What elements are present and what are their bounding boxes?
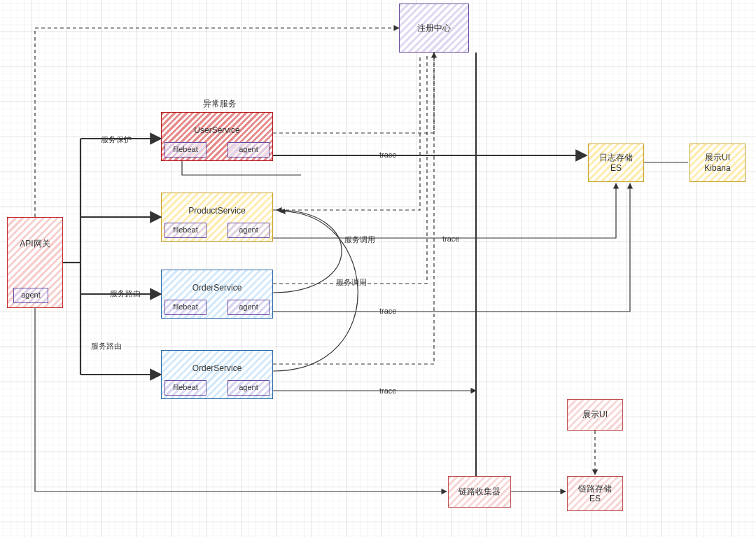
subnode-filebeat[interactable]: filebeat bbox=[164, 223, 206, 238]
node-label: 展示UI bbox=[582, 410, 608, 419]
edge-order1-trace bbox=[273, 183, 630, 312]
node-label: ProductService bbox=[188, 206, 245, 216]
node-order-service-1[interactable]: OrderService filebeat agent bbox=[161, 270, 273, 319]
subnode-label: filebeat bbox=[173, 225, 197, 235]
subnode-label: agent bbox=[239, 225, 258, 235]
edge-user-filebeat bbox=[182, 161, 301, 175]
subnode-label: agent bbox=[239, 383, 258, 392]
node-api-gateway[interactable]: API网关 agent bbox=[7, 217, 63, 308]
edge-label-trace-3: trace bbox=[378, 307, 398, 315]
node-user-service[interactable]: UserService filebeat agent bbox=[161, 112, 273, 161]
node-label: 展示UI Kibana bbox=[704, 153, 730, 173]
edge-product-to-registry bbox=[273, 55, 420, 210]
edge-label-trace-1: trace bbox=[378, 151, 398, 159]
subnode-filebeat[interactable]: filebeat bbox=[164, 300, 206, 315]
node-order-service-2[interactable]: OrderService filebeat agent bbox=[161, 350, 273, 399]
node-label: 注册中心 bbox=[417, 23, 451, 33]
edge-product-trace bbox=[273, 183, 616, 238]
node-label: 链路收集器 bbox=[458, 487, 500, 496]
subnode-filebeat[interactable]: filebeat bbox=[164, 380, 206, 396]
edge-order1-to-registry bbox=[273, 55, 427, 284]
node-label: OrderService bbox=[192, 283, 242, 293]
title-anomalous-service: 异常服务 bbox=[203, 98, 237, 110]
subnode-label: agent bbox=[239, 302, 258, 312]
edge-label-service-route-2: 服务路由 bbox=[90, 341, 123, 351]
edge-gateway-agent-to-collector bbox=[35, 308, 447, 491]
node-label: OrderService bbox=[192, 363, 242, 373]
edge-label-service-call-2: 服务调用 bbox=[335, 277, 368, 288]
subnode-agent[interactable]: agent bbox=[13, 288, 48, 303]
node-label: 日志存储 ES bbox=[599, 153, 633, 173]
subnode-label: agent bbox=[21, 291, 41, 300]
edge-order1-call-product bbox=[273, 210, 342, 293]
node-ui-kibana[interactable]: 展示UI Kibana bbox=[690, 144, 746, 182]
edge-label-service-protect: 服务保护 bbox=[99, 134, 133, 145]
node-trace-store[interactable]: 链路存储 ES bbox=[567, 476, 623, 511]
subnode-label: agent bbox=[239, 145, 258, 154]
node-label: 链路存储 ES bbox=[578, 484, 612, 504]
subnode-label: filebeat bbox=[173, 383, 197, 392]
subnode-filebeat[interactable]: filebeat bbox=[164, 142, 206, 158]
node-ui-trace[interactable]: 展示UI bbox=[567, 399, 623, 431]
subnode-label: filebeat bbox=[173, 302, 197, 312]
subnode-agent[interactable]: agent bbox=[227, 223, 270, 238]
edge-label-service-call-1: 服务调用 bbox=[343, 235, 377, 245]
node-registry[interactable]: 注册中心 bbox=[399, 4, 469, 53]
edge-label-service-route-1: 服务路由 bbox=[108, 288, 142, 299]
edge-user-to-registry bbox=[273, 53, 434, 133]
subnode-agent[interactable]: agent bbox=[227, 300, 270, 315]
subnode-agent[interactable]: agent bbox=[227, 380, 270, 396]
subnode-label: filebeat bbox=[173, 145, 197, 154]
node-product-service[interactable]: ProductService filebeat agent bbox=[161, 193, 273, 242]
subnode-agent[interactable]: agent bbox=[227, 142, 270, 158]
node-trace-collector[interactable]: 链路收集器 bbox=[448, 476, 511, 508]
node-label: UserService bbox=[194, 125, 239, 135]
edges-layer bbox=[0, 0, 756, 537]
edge-label-trace-4: trace bbox=[378, 386, 398, 395]
node-log-store[interactable]: 日志存储 ES bbox=[588, 144, 644, 182]
node-label: API网关 bbox=[20, 239, 50, 249]
edge-order2-to-registry bbox=[273, 55, 434, 364]
diagram-stage[interactable]: API网关 agent 注册中心 异常服务 UserService filebe… bbox=[0, 0, 756, 537]
edge-label-trace-2: trace bbox=[441, 235, 461, 243]
